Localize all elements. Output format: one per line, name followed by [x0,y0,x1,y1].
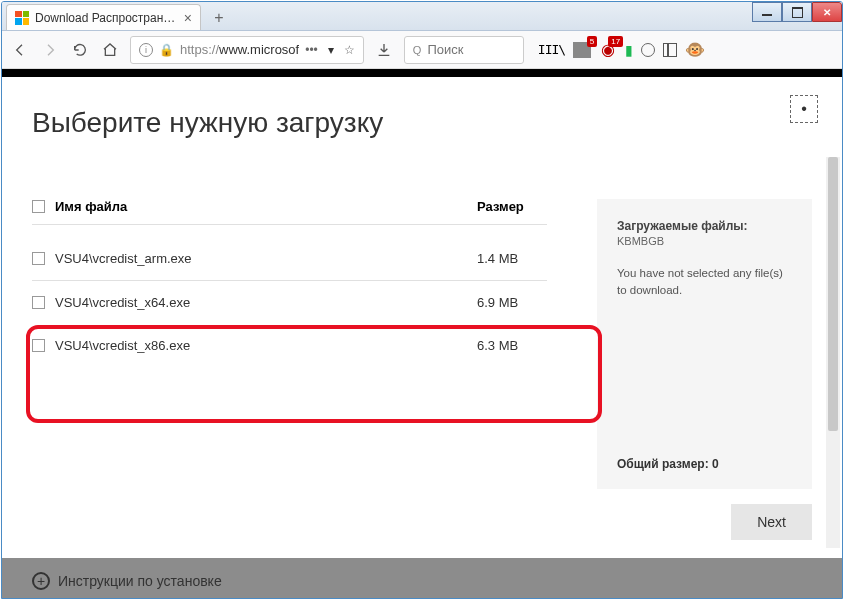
next-button[interactable]: Next [731,504,812,540]
new-tab-button[interactable]: + [207,6,231,30]
summary-units: KBMBGB [617,235,792,247]
instructions-heading: Инструкции по установке [58,573,222,589]
file-row[interactable]: VSU4\vcredist_x64.exe 6.9 MB [32,281,547,324]
file-size: 1.4 MB [477,251,547,266]
window-minimize-button[interactable] [752,2,782,22]
extension-circle-icon[interactable] [641,43,655,57]
instructions-expander[interactable]: + Инструкции по установке [32,572,222,590]
bookmark-star-icon[interactable]: ☆ [344,43,355,57]
scrollbar-thumb[interactable] [828,157,838,431]
search-engine-icon: Q [413,44,422,56]
summary-message: You have not selected any file(s) to dow… [617,265,792,300]
address-bar[interactable]: i 🔒 https://www.microsof ••• ▾ ☆ [130,36,364,64]
select-all-checkbox[interactable] [32,200,45,213]
collapse-panel-icon[interactable] [790,95,818,123]
tab-strip: Download Распространяемый × + [2,2,842,31]
navigation-toolbar: i 🔒 https://www.microsof ••• ▾ ☆ Q III\ … [2,31,842,69]
window-close-button[interactable] [812,2,842,22]
download-summary-panel: Загружаемые файлы: KBMBGB You have not s… [597,199,812,489]
summary-heading: Загружаемые файлы: [617,219,792,233]
column-header-name: Имя файла [55,199,127,214]
browser-tab[interactable]: Download Распространяемый × [6,4,201,30]
file-name: VSU4\vcredist_x86.exe [55,338,190,353]
site-info-icon[interactable]: i [139,43,153,57]
file-size: 6.9 MB [477,295,547,310]
ublock-icon[interactable]: ◉ [599,42,617,58]
app-menu-button[interactable] [713,44,729,56]
search-bar[interactable]: Q [404,36,524,64]
file-row[interactable]: VSU4\vcredist_arm.exe 1.4 MB [32,237,547,281]
more-actions-icon[interactable]: ••• [305,43,318,57]
window-maximize-button[interactable] [782,2,812,22]
file-row[interactable]: VSU4\vcredist_x86.exe 6.3 MB [32,324,547,367]
downloads-button[interactable] [374,40,394,60]
extension-monkey-icon[interactable]: 🐵 [685,40,705,59]
summary-total: Общий размер: 0 [617,457,792,471]
tab-close-icon[interactable]: × [184,10,192,26]
microsoft-favicon [15,11,29,25]
vertical-scrollbar[interactable] [826,157,840,548]
pocket-icon[interactable]: ▾ [328,43,334,57]
file-size: 6.3 MB [477,338,547,353]
expand-plus-icon: + [32,572,50,590]
file-checkbox[interactable] [32,296,45,309]
page-title: Выберите нужную загрузку [32,107,812,139]
page-header-band [2,69,842,77]
file-list: Имя файла Размер VSU4\vcredist_arm.exe 1… [32,199,547,367]
reload-button[interactable] [70,40,90,60]
column-header-size: Размер [477,199,547,214]
forward-button [40,40,60,60]
url-text: https://www.microsof [180,42,299,57]
file-name: VSU4\vcredist_x64.exe [55,295,190,310]
search-input[interactable] [427,42,507,57]
file-name: VSU4\vcredist_arm.exe [55,251,192,266]
sidebar-icon[interactable] [663,43,677,57]
back-button[interactable] [10,40,30,60]
file-checkbox[interactable] [32,252,45,265]
home-button[interactable] [100,40,120,60]
extension-badge-1[interactable] [573,42,591,58]
tab-title: Download Распространяемый [35,11,178,25]
library-icon[interactable]: III\ [538,42,565,57]
file-checkbox[interactable] [32,339,45,352]
lock-icon: 🔒 [159,43,174,57]
extension-green-icon[interactable]: ▮ [625,42,633,58]
